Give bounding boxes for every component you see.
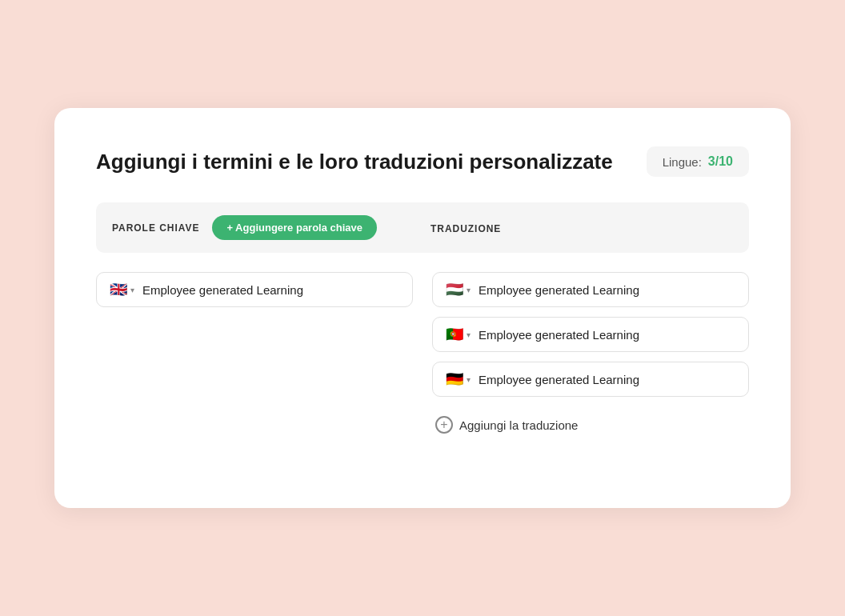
parole-chiave-label: PAROLE CHIAVE bbox=[112, 222, 199, 234]
main-card: Aggiungi i termini e le loro traduzioni … bbox=[54, 108, 791, 508]
card-header: Aggiungi i termini e le loro traduzioni … bbox=[96, 146, 749, 177]
left-column: 🇬🇧 ▾ Employee generated Learning bbox=[96, 272, 413, 440]
portuguese-flag-selector[interactable]: 🇵🇹 ▾ bbox=[446, 327, 471, 342]
content-grid: 🇬🇧 ▾ Employee generated Learning 🇭🇺 ▾ Em… bbox=[96, 272, 749, 440]
right-column: 🇭🇺 ▾ Employee generated Learning 🇵🇹 ▾ Em… bbox=[432, 272, 749, 440]
english-term-text: Employee generated Learning bbox=[142, 283, 399, 297]
german-term-text: Employee generated Learning bbox=[479, 373, 735, 386]
lingue-label: Lingue: bbox=[663, 155, 702, 169]
add-translation-button[interactable]: + Aggiungi la traduzione bbox=[432, 410, 749, 440]
add-keyword-button[interactable]: + Aggiungere parola chiave bbox=[212, 215, 377, 240]
german-flag-selector[interactable]: 🇩🇪 ▾ bbox=[446, 372, 471, 386]
portuguese-term-text: Employee generated Learning bbox=[479, 328, 735, 342]
german-term-field[interactable]: 🇩🇪 ▾ Employee generated Learning bbox=[432, 362, 749, 397]
hungarian-flag-selector[interactable]: 🇭🇺 ▾ bbox=[446, 282, 471, 297]
english-flag-chevron-icon: ▾ bbox=[130, 286, 134, 294]
lingue-badge: Lingue: 3/10 bbox=[647, 146, 749, 177]
english-term-field[interactable]: 🇬🇧 ▾ Employee generated Learning bbox=[96, 272, 413, 307]
english-flag-icon: 🇬🇧 bbox=[110, 282, 127, 297]
hungarian-term-text: Employee generated Learning bbox=[479, 283, 735, 297]
lingue-count: 3/10 bbox=[708, 154, 733, 169]
hungarian-flag-icon: 🇭🇺 bbox=[446, 282, 463, 297]
parole-chiave-col: PAROLE CHIAVE + Aggiungere parola chiave bbox=[112, 215, 414, 240]
add-translation-icon: + bbox=[435, 416, 453, 434]
table-header: PAROLE CHIAVE + Aggiungere parola chiave… bbox=[96, 202, 749, 253]
portuguese-term-field[interactable]: 🇵🇹 ▾ Employee generated Learning bbox=[432, 317, 749, 352]
portuguese-flag-icon: 🇵🇹 bbox=[446, 327, 463, 342]
german-flag-icon: 🇩🇪 bbox=[446, 372, 463, 386]
hungarian-flag-chevron-icon: ▾ bbox=[467, 286, 471, 294]
portuguese-flag-chevron-icon: ▾ bbox=[467, 330, 471, 339]
english-flag-selector[interactable]: 🇬🇧 ▾ bbox=[110, 282, 134, 297]
traduzione-label: TRADUZIONE bbox=[431, 223, 501, 234]
german-flag-chevron-icon: ▾ bbox=[467, 375, 471, 384]
hungarian-term-field[interactable]: 🇭🇺 ▾ Employee generated Learning bbox=[432, 272, 749, 307]
add-translation-label: Aggiungi la traduzione bbox=[459, 418, 578, 432]
page-title: Aggiungi i termini e le loro traduzioni … bbox=[96, 150, 613, 174]
traduzione-col: TRADUZIONE bbox=[414, 221, 733, 235]
